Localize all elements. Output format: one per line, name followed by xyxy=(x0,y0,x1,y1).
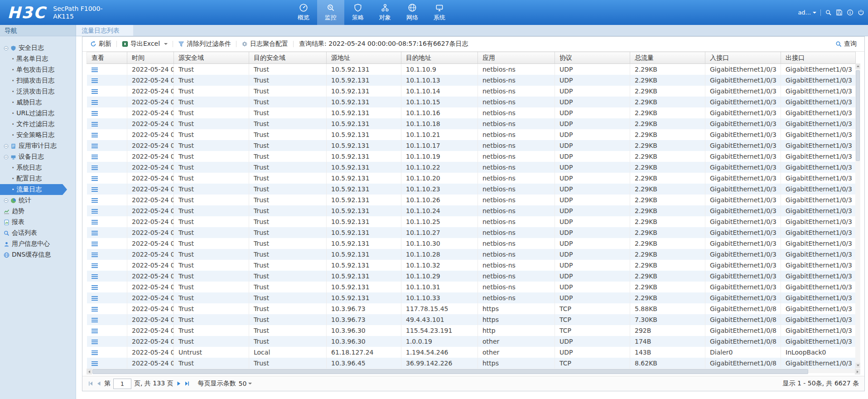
header-save-icon[interactable] xyxy=(836,9,843,16)
column-header[interactable]: 入接口 xyxy=(705,52,781,64)
table-row[interactable]: 2022-05-24 08:3TrustTrust10.5.92.13110.1… xyxy=(87,271,856,282)
table-row[interactable]: 2022-05-24 08:3TrustTrust10.5.92.13110.1… xyxy=(87,292,856,303)
table-row[interactable]: 2022-05-24 08:3TrustTrust10.3.96.7349.4.… xyxy=(87,314,856,325)
table-row[interactable]: 2022-05-24 08:3TrustTrust10.5.92.13110.1… xyxy=(87,162,856,173)
sidebar-item[interactable]: ·扫描攻击日志 xyxy=(0,75,76,86)
sidebar-item[interactable]: ·流量日志 xyxy=(0,184,63,195)
nav-tab-network[interactable]: 网络 xyxy=(399,0,426,25)
vertical-scroll-thumb[interactable] xyxy=(856,70,860,161)
table-horizontal-scrollbar[interactable] xyxy=(87,369,860,373)
sidebar-item[interactable]: ·威胁日志 xyxy=(0,97,76,108)
nav-tab-policy[interactable]: 策略 xyxy=(344,0,371,25)
sidebar-item[interactable]: 统计 xyxy=(0,195,76,206)
view-log-icon[interactable] xyxy=(92,209,98,214)
sidebar-item[interactable]: 会话列表 xyxy=(0,228,76,238)
expand-icon[interactable] xyxy=(4,144,9,149)
first-page-button[interactable] xyxy=(88,381,93,386)
page-number-input[interactable] xyxy=(113,379,131,389)
nav-tab-objects[interactable]: 对象 xyxy=(371,0,399,25)
view-log-icon[interactable] xyxy=(92,242,98,247)
header-search-icon[interactable] xyxy=(825,9,832,16)
table-row[interactable]: 2022-05-24 08:3TrustTrust10.3.96.301.0.0… xyxy=(87,336,856,347)
table-row[interactable]: 2022-05-24 08:3TrustTrust10.5.92.13110.1… xyxy=(87,173,856,184)
sidebar-item[interactable]: ·配置日志 xyxy=(0,173,76,184)
sidebar-item[interactable]: ·文件过滤日志 xyxy=(0,119,76,130)
table-row[interactable]: 2022-05-24 08:3TrustTrust10.5.92.13110.1… xyxy=(87,97,856,107)
table-row[interactable]: 2022-05-24 08:3TrustTrust10.5.92.13110.1… xyxy=(87,260,856,271)
table-row[interactable]: 2022-05-24 08:3TrustTrust10.5.92.13110.1… xyxy=(87,129,856,140)
sidebar-item[interactable]: ·URL过滤日志 xyxy=(0,108,76,119)
sidebar-item[interactable]: 趋势 xyxy=(0,206,76,217)
nav-tab-system[interactable]: 系统 xyxy=(426,0,453,25)
view-log-icon[interactable] xyxy=(92,263,98,268)
view-log-icon[interactable] xyxy=(92,329,98,334)
view-log-icon[interactable] xyxy=(92,285,98,290)
table-row[interactable]: 2022-05-24 08:3TrustTrust10.5.92.13110.1… xyxy=(87,140,856,151)
sidebar-item[interactable]: ·单包攻击日志 xyxy=(0,64,76,75)
next-page-button[interactable] xyxy=(176,381,182,386)
expand-icon[interactable] xyxy=(4,198,9,203)
view-log-icon[interactable] xyxy=(92,133,98,138)
sidebar-item[interactable]: 安全日志 xyxy=(0,43,76,54)
view-log-icon[interactable] xyxy=(92,122,98,127)
column-header[interactable]: 查看 xyxy=(87,52,127,64)
view-log-icon[interactable] xyxy=(92,187,98,192)
view-log-icon[interactable] xyxy=(92,231,98,236)
sidebar-item[interactable]: ·系统日志 xyxy=(0,162,76,173)
sidebar-item[interactable]: 用户信息中心 xyxy=(0,238,76,249)
sidebar-item[interactable]: 设备日志 xyxy=(0,151,76,162)
column-header[interactable]: 时间 xyxy=(127,52,174,64)
table-row[interactable]: 2022-05-24 08:3TrustTrust10.5.92.13110.1… xyxy=(87,238,856,249)
sidebar-item[interactable]: DNS缓存信息 xyxy=(0,249,76,260)
user-menu[interactable]: ad... xyxy=(798,9,816,16)
table-row[interactable]: 2022-05-24 08:3TrustTrust10.5.92.13110.1… xyxy=(87,216,856,227)
table-row[interactable]: 2022-05-24 08:3TrustTrust10.5.92.13110.1… xyxy=(87,151,856,162)
column-header[interactable]: 应用 xyxy=(478,52,555,64)
prev-page-button[interactable] xyxy=(96,381,101,386)
view-log-icon[interactable] xyxy=(92,296,98,301)
table-row[interactable]: 2022-05-24 08:3TrustTrust10.5.92.13110.1… xyxy=(87,184,856,195)
column-header[interactable]: 目的安全域 xyxy=(249,52,327,64)
column-header[interactable]: 出接口 xyxy=(781,52,856,64)
table-row[interactable]: 2022-05-24 08:3TrustTrust10.3.96.30115.5… xyxy=(87,325,856,336)
view-log-icon[interactable] xyxy=(92,361,98,366)
view-log-icon[interactable] xyxy=(92,340,98,345)
sidebar-item[interactable]: ·黑名单日志 xyxy=(0,54,76,64)
header-power-icon[interactable] xyxy=(858,9,864,16)
sidebar-item[interactable]: 应用审计日志 xyxy=(0,141,76,151)
expand-icon[interactable] xyxy=(4,155,9,160)
column-header[interactable]: 源安全域 xyxy=(174,52,249,64)
table-vertical-scrollbar[interactable] xyxy=(855,63,860,368)
view-log-icon[interactable] xyxy=(92,176,98,181)
scroll-left-button[interactable] xyxy=(87,369,92,375)
table-row[interactable]: 2022-05-24 08:3TrustTrust10.5.92.13110.1… xyxy=(87,249,856,260)
table-row[interactable]: 2022-05-24 08:3TrustTrust10.5.92.13110.1… xyxy=(87,282,856,292)
sidebar-item[interactable]: ·泛洪攻击日志 xyxy=(0,86,76,97)
table-row[interactable]: 2022-05-24 08:3TrustTrust10.5.92.13110.1… xyxy=(87,64,856,75)
refresh-button[interactable]: 刷新 xyxy=(87,40,115,48)
query-button[interactable]: 查询 xyxy=(832,40,860,48)
table-row[interactable]: 2022-05-24 08:3TrustTrust10.5.92.13110.1… xyxy=(87,75,856,86)
view-log-icon[interactable] xyxy=(92,68,98,73)
view-log-icon[interactable] xyxy=(92,253,98,258)
view-log-icon[interactable] xyxy=(92,198,98,203)
table-row[interactable]: 2022-05-24 08:3TrustTrust10.5.92.13110.1… xyxy=(87,86,856,97)
view-log-icon[interactable] xyxy=(92,220,98,225)
last-page-button[interactable] xyxy=(184,381,190,386)
scroll-down-button[interactable] xyxy=(855,363,860,368)
table-row[interactable]: 2022-05-24 08:3TrustTrust10.5.92.13110.1… xyxy=(87,195,856,205)
view-log-icon[interactable] xyxy=(92,144,98,149)
sidebar-item[interactable]: 报表 xyxy=(0,217,76,228)
scroll-right-button[interactable] xyxy=(855,369,860,375)
per-page-select[interactable]: 50 xyxy=(239,380,252,387)
table-row[interactable]: 2022-05-24 08:3TrustTrust10.5.92.13110.1… xyxy=(87,118,856,129)
view-log-icon[interactable] xyxy=(92,111,98,116)
horizontal-scroll-thumb[interactable] xyxy=(92,369,808,374)
view-log-icon[interactable] xyxy=(92,274,98,279)
view-log-icon[interactable] xyxy=(92,89,98,94)
view-log-icon[interactable] xyxy=(92,78,98,83)
column-header[interactable]: 源地址 xyxy=(327,52,401,64)
scroll-up-button[interactable] xyxy=(855,63,860,69)
header-info-icon[interactable] xyxy=(847,9,854,16)
table-row[interactable]: 2022-05-24 08:3TrustTrust10.3.96.4536.99… xyxy=(87,358,856,369)
